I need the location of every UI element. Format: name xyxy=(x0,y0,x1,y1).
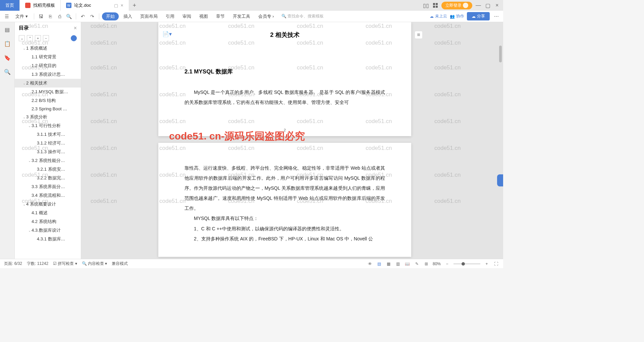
menu-icon[interactable]: ☰ xyxy=(3,12,11,20)
ribbon: ☰ 文件 ▾ 🖫 ⎘ ⎙ 🔍 ↶ ↷ 开始 插入 页面布局 引用 审阅 视图 章… xyxy=(0,11,503,22)
tab-template[interactable]: 找稻壳模板 xyxy=(20,0,61,11)
toc-item[interactable]: ⌄1 系统概述 xyxy=(15,44,81,53)
menu-dev[interactable]: 开发工具 xyxy=(229,13,254,19)
menu-view[interactable]: 视图 xyxy=(196,13,211,19)
page-indicator[interactable]: 页面: 6/32 xyxy=(4,261,22,267)
page-badge-icon[interactable]: 📄▾ xyxy=(162,31,172,37)
maximize-icon[interactable]: ▢ xyxy=(484,2,491,9)
view-read-icon[interactable]: 📖 xyxy=(405,261,411,267)
toc-item[interactable]: 3.4 系统流程和… xyxy=(15,191,81,200)
tab-home[interactable]: 首页 xyxy=(0,0,20,11)
scrollbar[interactable] xyxy=(498,22,502,259)
page-options-icon[interactable]: ≡ xyxy=(415,31,423,39)
zoom-slider[interactable] xyxy=(453,264,480,264)
document-area[interactable]: 📄▾ ≡ 2 相关技术 2.1 MYSQL 数据库 MySQL 是一个真正的多用… xyxy=(81,22,503,259)
close-window-icon[interactable]: × xyxy=(494,2,500,9)
toc-item[interactable]: ⌄3.2 系统性能分… xyxy=(15,156,81,165)
menu-chapter[interactable]: 章节 xyxy=(213,13,228,19)
tab-popout-icon[interactable]: ▢ xyxy=(114,3,118,8)
toc-item[interactable]: 2.2 B/S 结构 xyxy=(15,96,81,105)
close-icon[interactable]: × xyxy=(121,3,123,8)
login-button[interactable]: 立即登录 xyxy=(441,2,472,9)
menu-member[interactable]: 会员专 › xyxy=(255,13,277,19)
command-search[interactable]: 🔍 查找命令、搜索模板 xyxy=(281,13,324,19)
content-check[interactable]: 🔍 内容检查 ▾ xyxy=(82,261,107,267)
toc-item[interactable]: 1.2 研究目的 xyxy=(15,61,81,70)
minimize-icon[interactable]: — xyxy=(475,2,482,9)
toc-item[interactable]: 1.3 系统设计思… xyxy=(15,70,81,79)
toc-item[interactable]: ⌄3 系统分析 xyxy=(15,113,81,121)
doc-subheading: 2.1 MYSQL 数据库 xyxy=(184,68,233,75)
toc-item[interactable]: 3.1.3 操作可… xyxy=(15,148,81,156)
view-web-icon[interactable]: ▥ xyxy=(395,261,401,267)
toc-item[interactable]: 4.3.1 数据库… xyxy=(15,235,81,243)
save-as-icon[interactable]: ⎘ xyxy=(46,12,54,20)
doc-heading: 2 相关技术 xyxy=(270,31,299,39)
add-item-icon[interactable]: + xyxy=(35,35,41,41)
add-tab-button[interactable]: + xyxy=(129,2,140,9)
eye-icon[interactable]: 👁 xyxy=(367,261,373,267)
view-outline-icon[interactable]: ▦ xyxy=(386,261,392,267)
tab-document[interactable]: W 论文.doc ▢ × xyxy=(61,0,129,11)
bookmark-icon[interactable]: 🔖 xyxy=(3,54,11,62)
zoom-in-icon[interactable]: + xyxy=(484,261,490,267)
zoom-value[interactable]: 80% xyxy=(433,262,441,266)
menu-insert[interactable]: 插入 xyxy=(120,13,136,19)
collapse-icon[interactable]: ⋯ xyxy=(492,12,500,20)
toc-item[interactable]: 1.1 研究背景 xyxy=(15,53,81,61)
spell-label: 拼写检查 xyxy=(58,261,74,266)
menu-layout[interactable]: 页面布局 xyxy=(137,13,161,19)
fullscreen-icon[interactable]: ⛶ xyxy=(493,261,499,267)
sync-icon[interactable] xyxy=(71,35,77,41)
zoom-fit-icon[interactable]: ⊞ xyxy=(423,261,429,267)
menu-start[interactable]: 开始 xyxy=(102,12,119,20)
outline-close-icon[interactable]: × xyxy=(74,25,77,31)
undo-icon[interactable]: ↶ xyxy=(79,12,87,20)
search-rail-icon[interactable]: 🔍 xyxy=(3,68,11,76)
view-page-icon[interactable]: ▤ xyxy=(376,261,382,267)
toc-item[interactable]: ⌄3.1 可行性分析 xyxy=(15,121,81,130)
preview-icon[interactable]: 🔍 xyxy=(65,12,73,20)
toc-item[interactable]: 2.1 MYSQL 数据… xyxy=(15,88,81,96)
save-icon[interactable]: 🖫 xyxy=(37,12,45,20)
zoom-out-icon[interactable]: − xyxy=(444,261,450,267)
remove-item-icon[interactable]: − xyxy=(43,35,49,41)
outline-icon[interactable]: ▤ xyxy=(3,25,11,34)
avatar-icon xyxy=(463,3,468,8)
toc-item[interactable]: ⌄2 相关技术 xyxy=(15,79,81,88)
layout-icon[interactable]: ▯▯ xyxy=(423,2,429,9)
word-count[interactable]: 字数: 11242 xyxy=(27,261,48,267)
redo-icon[interactable]: ↷ xyxy=(88,12,96,20)
tabs-bar: 首页 找稻壳模板 W 论文.doc ▢ × + ▯▯ 立即登录 — ▢ × xyxy=(0,0,503,11)
menu-ref[interactable]: 引用 xyxy=(162,13,178,19)
menu-review[interactable]: 审阅 xyxy=(179,13,195,19)
outline-title: 目录 xyxy=(19,25,29,31)
toc-item[interactable]: 4.1 概述 xyxy=(15,209,81,217)
file-menu[interactable]: 文件 ▾ xyxy=(12,13,31,19)
scroll-thumb[interactable] xyxy=(499,46,502,62)
share-button[interactable]: ☁ 分享 xyxy=(467,12,490,20)
toc-item[interactable]: 3.1.2 经济可… xyxy=(15,139,81,148)
side-tab[interactable] xyxy=(497,174,503,186)
coop-button[interactable]: 👥 协作 xyxy=(450,13,464,19)
spell-check[interactable]: ☑ 拼写检查 ▾ xyxy=(53,261,77,267)
cloud-status[interactable]: ☁ 未上云 xyxy=(430,13,447,19)
toc-item[interactable]: ⌄4.3.数据库设计 xyxy=(15,226,81,235)
clipboard-icon[interactable]: 📋 xyxy=(3,40,11,48)
collapse-all-icon[interactable]: ⌄ xyxy=(19,35,25,41)
toc-item[interactable]: 3.2.1 系统安… xyxy=(15,165,81,174)
expand-all-icon[interactable]: ⌃ xyxy=(27,35,33,41)
toc-item[interactable]: 3.1.1 技术可… xyxy=(15,130,81,139)
toc-item[interactable]: 4.2 系统结构 xyxy=(15,217,81,226)
search-placeholder: 查找命令、搜索模板 xyxy=(287,14,324,18)
toc-item[interactable]: 3.3 系统界面分… xyxy=(15,182,81,191)
left-rail: ▤ 📋 🔖 🔍 xyxy=(0,22,15,259)
apps-icon[interactable] xyxy=(432,2,439,9)
annotate-icon[interactable]: ✎ xyxy=(414,261,420,267)
compat-mode[interactable]: 兼容模式 xyxy=(112,261,128,267)
p4-text: 1、C 和 C ++中使用和测试，以确保源代码的编译器的便携性和灵活性。 xyxy=(184,224,385,234)
toc-item[interactable]: ⌄4 系统概要设计 xyxy=(15,200,81,209)
toc-item[interactable]: 2.3 Spring Boot … xyxy=(15,105,81,113)
toc-item[interactable]: 3.2.2 数据完… xyxy=(15,174,81,182)
print-icon[interactable]: ⎙ xyxy=(56,12,64,20)
